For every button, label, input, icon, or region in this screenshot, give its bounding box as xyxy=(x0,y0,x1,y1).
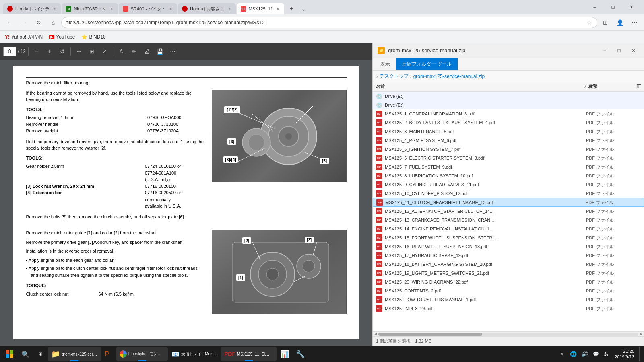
bookmark-star-icon[interactable]: ☆ xyxy=(587,19,592,26)
taskbar-item-other[interactable]: 🔧 xyxy=(293,347,308,361)
tab-close[interactable]: ✕ xyxy=(52,6,57,12)
pdf-zoom-in-btn[interactable]: + xyxy=(44,46,55,57)
file-name: MSX125_16_REAR WHEEL_SUSPENSION_18.pdf xyxy=(385,244,584,249)
pdf-zoom-out-btn[interactable]: − xyxy=(31,46,42,57)
tray-volume-icon[interactable]: 🔊 xyxy=(580,347,589,361)
taskbar-item-excel[interactable]: 📊 xyxy=(277,347,292,361)
pdf-more-btn[interactable]: ⋯ xyxy=(167,46,178,57)
pdf-page-input[interactable] xyxy=(3,47,16,56)
fe-maximize[interactable]: □ xyxy=(613,45,625,56)
tab-honda-customer[interactable]: Honda | お客さま ✕ xyxy=(178,3,235,14)
fe-drive-e1[interactable]: 💿 Drive (E:) xyxy=(373,92,644,101)
taskbar-ime[interactable]: あ xyxy=(602,347,610,361)
tab-close-active[interactable]: ✕ xyxy=(275,6,280,12)
fe-breadcrumb-zip[interactable]: grom-msx125-service-manual.zip xyxy=(413,74,485,79)
tab-close[interactable]: ✕ xyxy=(227,6,232,12)
account-icon[interactable]: 👤 xyxy=(613,16,626,29)
tab-ninja[interactable]: N Ninja ZX-6R・Ni ✕ xyxy=(62,3,118,14)
pdf-tool3-btn[interactable]: ⤢ xyxy=(99,46,110,57)
list-item[interactable]: PDF MSX125_7_FUEL SYSTEM_9.pdf PDF ファイル xyxy=(373,162,644,171)
list-item[interactable]: PDF MSX125_10_CYLINDER_PISTON_12.pdf PDF… xyxy=(373,189,644,198)
scroll-right-btn[interactable]: ▶ xyxy=(640,332,642,336)
tab-close[interactable]: ✕ xyxy=(109,6,114,12)
list-item[interactable]: PDF MSX125_HOW TO USE THIS MANUAL_1.pdf … xyxy=(373,295,644,304)
pdf-text-tool-btn[interactable]: A xyxy=(116,46,127,57)
fe-col-name-header[interactable]: 名前 xyxy=(376,84,584,90)
list-item[interactable]: PDF MSX125_CONTENTS_2.pdf PDF ファイル xyxy=(373,286,644,295)
pdf-highlight-btn[interactable]: ✏ xyxy=(128,46,140,57)
list-item[interactable]: PDF MSX125_8_LUBRICATION SYSTEM_10.pdf P… xyxy=(373,171,644,180)
tray-hidden-items[interactable]: ∧ xyxy=(557,347,567,361)
list-item[interactable]: PDF MSX125_3_MAINTENANCE_5.pdf PDF ファイル xyxy=(373,127,644,136)
scroll-left-btn[interactable]: ◀ xyxy=(374,332,377,336)
minimize-btn[interactable]: − xyxy=(585,0,604,14)
more-btn[interactable]: ⋯ xyxy=(628,16,641,29)
svg-text:[2]: [2] xyxy=(244,239,249,243)
list-item[interactable]: PDF MSX125_6_ELECTRIC STARTER SYSTEM_8.p… xyxy=(373,154,644,162)
fe-col-type-header[interactable]: 種類 xyxy=(588,84,629,90)
show-desktop-btn[interactable] xyxy=(639,347,642,361)
fe-col-size-header[interactable]: 圧 xyxy=(629,84,641,90)
list-item[interactable]: PDF MSX125_1_GENERAL INFORMATION_3.pdf P… xyxy=(373,109,644,118)
taskbar-item-acrobat[interactable]: PDF MSX125_11_CLUTC... xyxy=(221,347,277,361)
address-bar[interactable]: file:///C:/Users/ohnoa/AppData/Local/Tem… xyxy=(61,17,597,28)
list-item[interactable]: PDF MSX125_5_IGNITION SYSTEM_7.pdf PDF フ… xyxy=(373,145,644,154)
back-btn[interactable]: ← xyxy=(3,16,16,29)
taskbar-search-btn[interactable]: 🔍 xyxy=(18,347,33,361)
fe-tab-compress[interactable]: 圧縮フォルダー ツール xyxy=(396,58,458,70)
list-item[interactable]: PDF MSX125_2_BODY PANELS_EXHAUST SYSTEM_… xyxy=(373,118,644,127)
close-btn[interactable]: ✕ xyxy=(622,0,641,14)
fe-close[interactable]: ✕ xyxy=(628,45,639,56)
pdf-print-btn[interactable]: 🖨 xyxy=(141,46,153,57)
pdf-save-btn[interactable]: 💾 xyxy=(154,46,165,57)
list-item[interactable]: PDF MSX125_12_ALTERNATOR_STARTER CLUTCH_… xyxy=(373,207,644,216)
taskbar-task-view-btn[interactable]: ⊞ xyxy=(33,347,47,361)
bookmark-yahoo[interactable]: Y! Yahoo! JAPAN xyxy=(5,34,43,40)
bookmark-youtube[interactable]: ▶ YouTube xyxy=(49,34,75,40)
taskbar-item-folder[interactable]: 📁 grom-msx125-servi... xyxy=(48,347,101,361)
forward-btn[interactable]: → xyxy=(18,16,31,29)
list-item[interactable]: PDF MSX125_16_REAR WHEEL_SUSPENSION_18.p… xyxy=(373,242,644,251)
svg-rect-36 xyxy=(6,354,9,358)
tray-network-icon[interactable]: 🌐 xyxy=(568,347,578,361)
fe-drive-e2[interactable]: 💿 Drive (E:) xyxy=(373,101,644,109)
list-item[interactable]: PDF MSX125_18_BATTERY_CHARGING SYSTEM_20… xyxy=(373,260,644,269)
fe-breadcrumb-desktop[interactable]: デスクトップ xyxy=(380,73,409,80)
fe-minimize[interactable]: − xyxy=(599,45,610,56)
extend-btn[interactable]: ⊞ xyxy=(599,16,612,29)
list-item[interactable]: PDF MSX125_20_WIRING DIAGRAMS_22.pdf PDF… xyxy=(373,278,644,286)
list-item[interactable]: PDF MSX125_17_HYDRAULIC BRAKE_19.pdf PDF… xyxy=(373,251,644,260)
tab-sr400[interactable]: SR400 - バイク・ ✕ xyxy=(119,3,177,14)
list-item-selected[interactable]: PDF MSX125_11_CLUTCH_GEARSHIFT LINKAGE_1… xyxy=(373,198,644,207)
list-item[interactable]: PDF MSX125_INDEX_23.pdf PDF ファイル xyxy=(373,304,644,313)
pdf-rotate-btn[interactable]: ↺ xyxy=(57,46,68,57)
maximize-btn[interactable]: □ xyxy=(604,0,622,14)
list-item[interactable]: PDF MSX125_15_FRONT WHEEL_SUSPENSION_STE… xyxy=(373,233,644,242)
pdf-content-area[interactable]: Remove the clutch filter bearing. If the… xyxy=(0,60,372,346)
list-item-lights[interactable]: PDF MSX125_19_LIGHTS_METERS_SWITCHES_21.… xyxy=(373,269,644,278)
taskbar-item-chrome[interactable]: blueskyfuji: モンキー1... xyxy=(116,347,168,361)
list-item[interactable]: PDF MSX125_9_CYLINDER HEAD_VALVES_11.pdf… xyxy=(373,180,644,189)
list-item[interactable]: PDF MSX125_14_ENGINE REMOVAL_INSTALLATIO… xyxy=(373,224,644,233)
list-item[interactable]: PDF MSX125_13_CRANKCASE_TRANSMISSION_CRA… xyxy=(373,216,644,224)
fe-tab-view[interactable]: 表示 xyxy=(374,58,396,70)
taskbar-datetime[interactable]: 21:25 2019/9/13 xyxy=(611,348,638,360)
pdf-tool2-btn[interactable]: ⊞ xyxy=(86,46,97,57)
tray-notification-icon[interactable]: 💬 xyxy=(591,347,601,361)
bookmark-bind10[interactable]: ⭐ BiND10 xyxy=(81,34,105,40)
fe-file-list[interactable]: 💿 Drive (E:) 💿 Drive (E:) PDF MSX125_1_G… xyxy=(373,92,644,331)
file-type: PDF ファイル xyxy=(586,306,626,312)
reload-btn[interactable]: ↻ xyxy=(32,16,45,29)
taskbar-item-thunderbird[interactable]: 📧 受信トレイ - Mozilla... xyxy=(168,347,221,361)
tab-msx125-active[interactable]: PDF MSX125_11 ✕ xyxy=(237,3,285,14)
pdf-tool1-btn[interactable]: ↔ xyxy=(73,46,85,57)
home-btn[interactable]: ⌂ xyxy=(47,16,60,29)
list-item[interactable]: PDF MSX125_4_PGM-FI SYSTEM_6.pdf PDF ファイ… xyxy=(373,136,644,145)
new-tab-btn[interactable]: + xyxy=(286,3,297,14)
tab-list-btn[interactable]: ⌄ xyxy=(298,3,309,14)
tab-close[interactable]: ✕ xyxy=(168,6,173,12)
taskbar-item-powerpoint[interactable]: P xyxy=(101,347,116,361)
start-btn[interactable] xyxy=(2,347,18,361)
fe-h-scrollbar[interactable]: ◀ ▶ xyxy=(373,331,644,336)
tab-honda-bike[interactable]: Honda | バイクラ ✕ xyxy=(3,3,61,14)
